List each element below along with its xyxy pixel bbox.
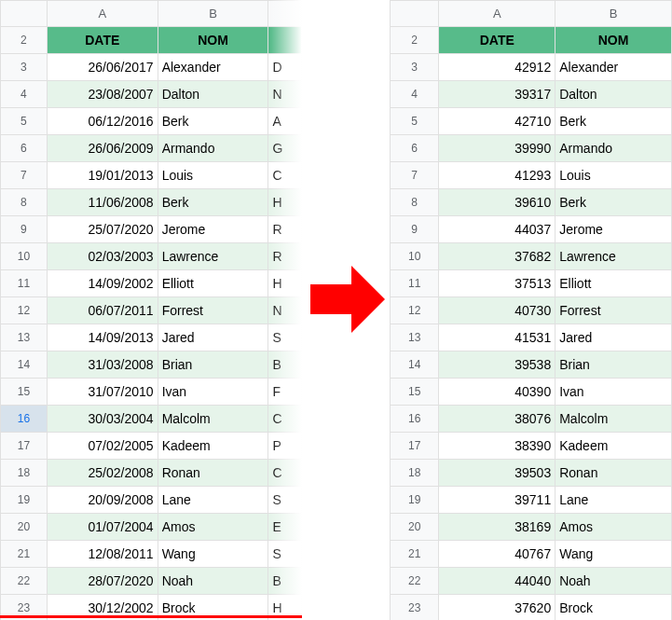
cell-date[interactable]: 44037: [439, 216, 555, 243]
cell-nom[interactable]: Lawrence: [158, 243, 268, 270]
row-header[interactable]: 13: [391, 324, 439, 351]
row-header[interactable]: 4: [1, 81, 48, 108]
cell-nom[interactable]: Alexander: [555, 54, 672, 81]
col-header-b[interactable]: B: [158, 1, 268, 27]
cell-nom[interactable]: Wang: [555, 541, 672, 568]
col-header-a[interactable]: A: [47, 1, 158, 27]
row-header[interactable]: 4: [391, 81, 439, 108]
cell-date[interactable]: 39538: [439, 351, 555, 379]
cell-nom[interactable]: Armando: [555, 135, 672, 162]
cell-nom[interactable]: Louis: [158, 162, 268, 189]
cell-nom[interactable]: Malcolm: [158, 406, 268, 433]
cell-nom[interactable]: Berk: [555, 189, 672, 216]
cell-extra[interactable]: E: [268, 514, 302, 541]
cell-nom[interactable]: Dalton: [555, 81, 672, 108]
header-date[interactable]: DATE: [439, 27, 555, 54]
row-header[interactable]: 20: [391, 514, 439, 541]
cell-date[interactable]: 39503: [439, 460, 555, 487]
cell-nom[interactable]: Forrest: [158, 297, 268, 324]
cell-nom[interactable]: Wang: [158, 541, 268, 568]
row-header[interactable]: 14: [391, 351, 439, 379]
cell-nom[interactable]: Berk: [555, 108, 672, 135]
select-all-corner[interactable]: [391, 1, 439, 27]
cell-date[interactable]: 20/09/2008: [47, 487, 158, 514]
cell-extra[interactable]: R: [268, 216, 302, 243]
cell-nom[interactable]: Dalton: [158, 81, 268, 108]
row-header[interactable]: 7: [391, 162, 439, 189]
row-header[interactable]: 10: [391, 243, 439, 270]
cell-extra[interactable]: H: [268, 270, 302, 297]
row-header[interactable]: 10: [1, 243, 48, 270]
row-header[interactable]: 19: [1, 487, 48, 514]
cell-nom[interactable]: Malcolm: [555, 406, 672, 433]
row-header[interactable]: 2: [1, 27, 48, 54]
row-header[interactable]: 16: [391, 406, 439, 433]
col-header-c[interactable]: [268, 1, 302, 27]
row-header[interactable]: 22: [391, 568, 439, 595]
cell-date[interactable]: 26/06/2009: [47, 135, 158, 162]
row-header[interactable]: 22: [1, 568, 48, 595]
row-header[interactable]: 8: [391, 189, 439, 216]
cell-nom[interactable]: Kadeem: [555, 433, 672, 460]
cell-nom[interactable]: Elliott: [555, 270, 672, 297]
spreadsheet-right[interactable]: A B 2DATENOM342912Alexander439317Dalton5…: [390, 0, 672, 620]
row-header[interactable]: 9: [391, 216, 439, 243]
row-header[interactable]: 23: [391, 595, 439, 621]
cell-extra[interactable]: A: [268, 108, 302, 135]
cell-date[interactable]: 38390: [439, 433, 555, 460]
row-header[interactable]: 13: [1, 324, 48, 351]
cell-nom[interactable]: Jerome: [158, 216, 268, 243]
col-header-a[interactable]: A: [439, 1, 555, 27]
cell-date[interactable]: 26/06/2017: [47, 54, 158, 81]
cell-nom[interactable]: Alexander: [158, 54, 268, 81]
cell-extra[interactable]: B: [268, 568, 302, 595]
row-header[interactable]: 12: [391, 297, 439, 324]
cell-date[interactable]: 07/02/2005: [47, 433, 158, 460]
cell-nom[interactable]: Jerome: [555, 216, 672, 243]
row-header[interactable]: 6: [391, 135, 439, 162]
cell-date[interactable]: 31/07/2010: [47, 379, 158, 406]
row-header[interactable]: 15: [391, 379, 439, 406]
cell-date[interactable]: 37682: [439, 243, 555, 270]
row-header[interactable]: 20: [1, 514, 48, 541]
row-header[interactable]: 15: [1, 379, 48, 406]
cell-date[interactable]: 14/09/2013: [47, 324, 158, 351]
cell-date[interactable]: 39317: [439, 81, 555, 108]
cell-extra[interactable]: S: [268, 487, 302, 514]
row-header[interactable]: 7: [1, 162, 48, 189]
row-header[interactable]: 18: [1, 460, 48, 487]
cell-nom[interactable]: Berk: [158, 108, 268, 135]
select-all-corner[interactable]: [1, 1, 48, 27]
cell-nom[interactable]: Armando: [158, 135, 268, 162]
cell-nom[interactable]: Noah: [158, 568, 268, 595]
row-header[interactable]: 2: [391, 27, 439, 54]
row-header[interactable]: 19: [391, 487, 439, 514]
cell-nom[interactable]: Brock: [555, 595, 672, 621]
cell-date[interactable]: 30/03/2004: [47, 406, 158, 433]
cell-extra[interactable]: S: [268, 324, 302, 351]
row-header[interactable]: 18: [391, 460, 439, 487]
cell-nom[interactable]: Ronan: [555, 460, 672, 487]
cell-date[interactable]: 40390: [439, 379, 555, 406]
cell-nom[interactable]: Elliott: [158, 270, 268, 297]
row-header[interactable]: 9: [1, 216, 48, 243]
cell-nom[interactable]: Ivan: [555, 379, 672, 406]
cell-date[interactable]: 42710: [439, 108, 555, 135]
header-extra[interactable]: [268, 27, 302, 54]
row-header[interactable]: 11: [1, 270, 48, 297]
cell-date[interactable]: 14/09/2002: [47, 270, 158, 297]
cell-extra[interactable]: D: [268, 54, 302, 81]
header-date[interactable]: DATE: [47, 27, 158, 54]
row-header[interactable]: 16: [1, 406, 48, 433]
cell-date[interactable]: 41531: [439, 324, 555, 351]
cell-date[interactable]: 31/03/2008: [47, 351, 158, 379]
cell-nom[interactable]: Lane: [158, 487, 268, 514]
row-header[interactable]: 21: [1, 541, 48, 568]
cell-date[interactable]: 02/03/2003: [47, 243, 158, 270]
row-header[interactable]: 5: [1, 108, 48, 135]
row-header[interactable]: 5: [391, 108, 439, 135]
cell-date[interactable]: 39610: [439, 189, 555, 216]
cell-date[interactable]: 37513: [439, 270, 555, 297]
cell-nom[interactable]: Lawrence: [555, 243, 672, 270]
cell-date[interactable]: 19/01/2013: [47, 162, 158, 189]
